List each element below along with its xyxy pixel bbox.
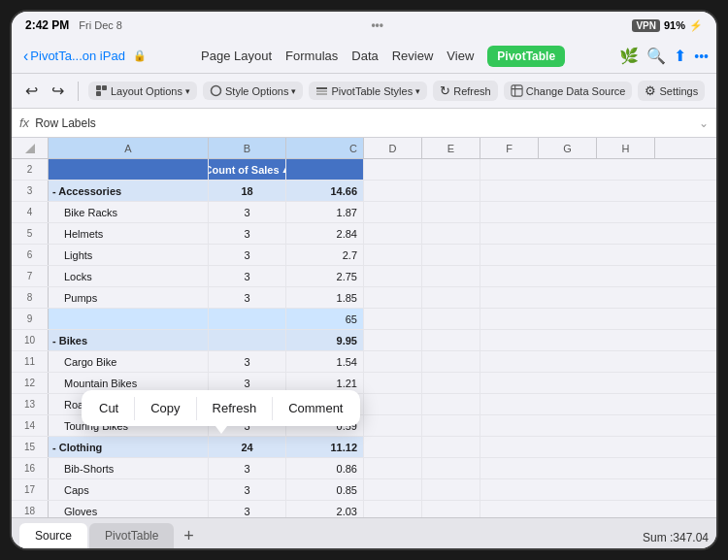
back-button[interactable]: ‹ PivotTa...on iPad [19,48,129,65]
cell-a[interactable]: Pumps [49,287,209,308]
cell-c[interactable]: 1.85 [286,287,364,308]
cell-a[interactable]: - Bikes [49,330,209,350]
comment-button[interactable]: Comment [275,396,356,420]
table-row[interactable]: 15- Clothing2411.12 [12,437,716,458]
table-row[interactable]: 17Caps30.85 [12,479,716,501]
table-row[interactable]: 3- Accessories1814.66 [12,181,716,202]
table-row[interactable]: 4Bike Racks31.87 [12,202,716,223]
table-row[interactable]: 8Pumps31.85 [12,287,716,309]
col-header-e[interactable]: E [422,138,480,158]
cell-c[interactable]: 11.12 [286,437,364,457]
col-header-d[interactable]: D [364,138,422,158]
cell-a[interactable]: - Accessories [49,181,209,201]
cell-b[interactable]: 3 [209,245,286,265]
cell-c[interactable] [286,159,364,180]
col-header-b[interactable]: B [209,138,286,158]
tab-bar: Source PivotTable + Sum : 347.04 [12,517,716,548]
cell-e [422,159,480,180]
formula-content[interactable]: Row Labels [35,116,693,130]
table-row[interactable]: 5Helmets32.84 [12,223,716,245]
cell-c[interactable]: 2.7 [286,245,364,265]
leaf-icon[interactable]: 🌿 [619,47,639,65]
cell-c[interactable]: 0.85 [286,479,364,500]
table-row[interactable]: 18Gloves32.03 [12,501,716,517]
settings-button[interactable]: ⚙ Settings [638,81,705,101]
nav-formulas[interactable]: Formulas [285,49,338,63]
cell-b[interactable]: 3 [209,223,286,244]
cell-b[interactable]: 3 [209,266,286,286]
rows-container: 2Count of Sales ▲3- Accessories1814.664B… [12,159,716,517]
row-number: 18 [12,501,49,517]
col-header-g[interactable]: G [539,138,597,158]
tab-pivot-table[interactable]: PivotTable [89,523,174,548]
cell-c[interactable]: 2.84 [286,223,364,244]
cell-c[interactable]: 0.86 [286,458,364,478]
cell-b[interactable]: 24 [209,437,286,457]
cell-b[interactable]: 3 [209,287,286,308]
cell-b[interactable]: 3 [209,202,286,222]
table-row[interactable]: 2Count of Sales ▲ [12,159,716,181]
table-row[interactable]: 965 [12,309,716,330]
col-header-c[interactable]: C [286,138,364,158]
tab-source[interactable]: Source [19,523,87,548]
table-row[interactable]: 11Cargo Bike31.54 [12,351,716,373]
nav-view[interactable]: View [447,49,474,63]
layout-options-button[interactable]: Layout Options ▾ [88,82,197,100]
cell-b[interactable]: Count of Sales ▲ [209,159,286,180]
refresh-button[interactable]: ↻ Refresh [433,81,498,101]
table-row[interactable]: 16Bib-Shorts30.86 [12,458,716,479]
style-options-button[interactable]: Style Options ▾ [203,82,303,100]
cell-a[interactable]: Caps [49,479,209,500]
cell-b[interactable]: 3 [209,351,286,372]
cell-c[interactable]: 2.03 [286,501,364,517]
cell-a[interactable]: Cargo Bike [49,351,209,372]
sum-value: 347.04 [673,531,709,544]
cell-c[interactable]: 2.75 [286,266,364,286]
share-icon[interactable]: ⬆ [674,47,686,65]
col-header-f[interactable]: F [480,138,539,158]
col-header-h[interactable]: H [597,138,655,158]
cell-a[interactable] [49,309,209,329]
cell-a[interactable]: Gloves [49,501,209,517]
cell-c[interactable]: 1.87 [286,202,364,222]
table-row[interactable]: 6Lights32.7 [12,245,716,266]
more-icon[interactable]: ••• [694,49,709,64]
pivot-table-button[interactable]: PivotTable [487,46,565,67]
cell-a[interactable] [49,159,209,180]
nav-review[interactable]: Review [392,49,434,63]
cell-a[interactable]: - Clothing [49,437,209,457]
cell-b[interactable] [209,330,286,350]
cut-button[interactable]: Cut [85,396,132,420]
pivot-styles-button[interactable]: PivotTable Styles ▾ [309,82,427,100]
cell-c[interactable]: 9.95 [286,330,364,350]
cell-e [422,330,480,350]
table-row[interactable]: 10- Bikes9.95 [12,330,716,351]
cell-a[interactable]: Helmets [49,223,209,244]
redo-button[interactable]: ↪ [48,80,68,102]
col-header-a[interactable]: A [49,138,209,158]
svg-rect-1 [102,85,107,90]
cell-b[interactable]: 18 [209,181,286,201]
cell-b[interactable]: 3 [209,479,286,500]
add-tab-button[interactable]: + [176,523,201,548]
context-refresh-button[interactable]: Refresh [199,396,271,420]
cell-a[interactable]: Bib-Shorts [49,458,209,478]
cell-b[interactable]: 3 [209,458,286,478]
cell-c[interactable]: 14.66 [286,181,364,201]
cell-a[interactable]: Locks [49,266,209,286]
row-number: 13 [12,394,49,414]
search-icon[interactable]: 🔍 [646,47,666,65]
cell-b[interactable]: 3 [209,501,286,517]
nav-data[interactable]: Data [351,49,378,63]
cell-c[interactable]: 65 [286,309,364,329]
nav-page-layout[interactable]: Page Layout [201,49,272,63]
cell-a[interactable]: Lights [49,245,209,265]
cell-b[interactable] [209,309,286,329]
change-data-source-button[interactable]: Change Data Source [504,82,633,100]
table-row[interactable]: 7Locks32.75 [12,266,716,287]
cell-c[interactable]: 1.54 [286,351,364,372]
undo-button[interactable]: ↩ [21,80,42,102]
formula-expand-icon[interactable]: ⌄ [699,116,709,130]
cell-a[interactable]: Bike Racks [49,202,209,222]
copy-button[interactable]: Copy [137,396,193,420]
